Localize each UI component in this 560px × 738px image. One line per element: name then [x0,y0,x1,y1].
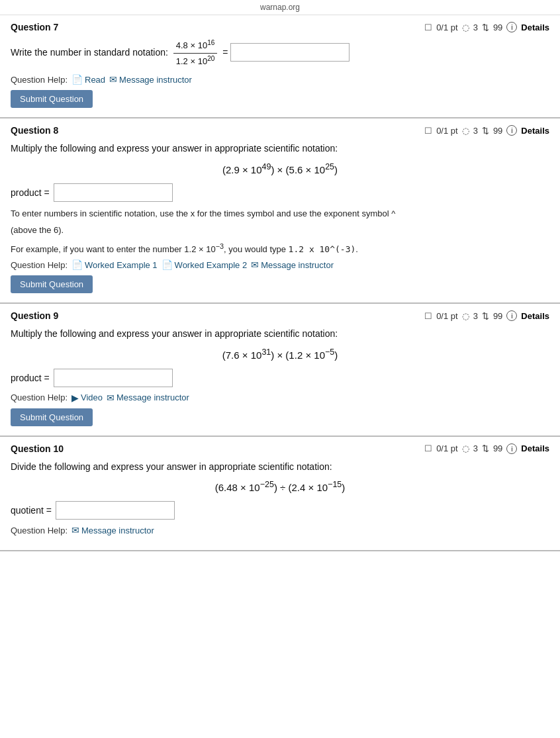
question-10-meta: ☐ 0/1 pt ◌ 3 ⇅ 99 i Details [424,443,549,454]
q8-worked1-link[interactable]: 📄 Worked Example 1 [71,259,158,270]
q9-refresh: 99 [493,311,502,321]
q9-center-expr: (7.6 × 1031) × (1.2 × 10−5) [11,346,549,363]
q10-prompt: Divide the following and express your an… [11,459,549,474]
q8-worked2-icon: 📄 [162,259,173,270]
q7-score-icon: ☐ [424,23,432,32]
question-7-block: Question 7 ☐ 0/1 pt ◌ 3 ⇅ 99 i Details W… [0,15,560,118]
q8-help-label: Question Help: [11,260,68,270]
q9-submit-button[interactable]: Submit Question [11,408,93,426]
q8-worked2-link[interactable]: 📄 Worked Example 2 [162,259,248,270]
q10-refresh: 99 [493,443,502,453]
q9-info-icon: i [506,310,517,321]
q9-help: Question Help: ▶ Video ✉ Message instruc… [11,392,549,403]
question-10-body: Divide the following and express your an… [11,459,549,496]
q10-clock-icon: ◌ [462,443,469,453]
question-7-title: Question 7 [11,22,58,32]
q8-input-label: product = [11,187,50,198]
site-bar: warnap.org [0,0,560,15]
q9-msg-icon: ✉ [107,392,115,403]
q7-submit-button[interactable]: Submit Question [11,90,93,108]
question-9-title: Question 9 [11,310,58,321]
q8-prompt: Multiply the following and express your … [11,141,549,156]
q8-details-link[interactable]: Details [521,126,549,136]
question-8-header: Question 8 ☐ 0/1 pt ◌ 3 ⇅ 99 i Details [11,125,549,136]
q10-message-link[interactable]: ✉ Message instructor [71,525,154,535]
q10-center-expr: (6.48 × 10−25) ÷ (2.4 × 10−15) [11,478,549,496]
q7-equals: = [222,47,230,58]
q10-answer-input[interactable] [56,501,175,520]
q8-info-icon: i [506,125,517,136]
q7-answer-input[interactable] [230,43,350,62]
q9-input-label: product = [11,373,50,383]
q10-score: 0/1 pt [436,443,458,453]
q9-answer-input[interactable] [54,369,173,387]
q7-message-link[interactable]: ✉ Message instructor [109,74,192,85]
q7-read-link[interactable]: 📄 Read [71,74,105,85]
q7-refresh-icon: ⇅ [482,23,489,32]
q9-prompt: Multiply the following and express your … [11,326,549,341]
q10-input-row: quotient = [11,501,549,520]
q7-numerator: 4.8 × 1016 [173,38,217,54]
question-10-title: Question 10 [11,443,64,454]
q7-clock: 3 [473,23,478,32]
question-9-block: Question 9 ☐ 0/1 pt ◌ 3 ⇅ 99 i Details M… [0,304,560,436]
q9-video-icon: ▶ [71,392,79,403]
question-10-block: Question 10 ☐ 0/1 pt ◌ 3 ⇅ 99 i Details … [0,437,560,551]
q8-score-icon: ☐ [424,126,432,136]
q10-score-icon: ☐ [424,443,432,453]
q9-clock-icon: ◌ [462,311,469,321]
q7-clock-icon: ◌ [462,23,469,32]
q10-info-icon: i [506,443,517,454]
q7-details-link[interactable]: Details [521,23,549,32]
q10-msg-icon: ✉ [71,525,79,535]
q9-clock: 3 [473,311,478,321]
question-8-block: Question 8 ☐ 0/1 pt ◌ 3 ⇅ 99 i Details M… [0,118,560,304]
q9-help-label: Question Help: [11,392,68,402]
question-9-header: Question 9 ☐ 0/1 pt ◌ 3 ⇅ 99 i Details [11,310,549,321]
question-8-meta: ☐ 0/1 pt ◌ 3 ⇅ 99 i Details [424,125,549,136]
q10-refresh-icon: ⇅ [482,443,489,453]
q10-help-label: Question Help: [11,526,68,535]
q8-input-row: product = [11,183,549,202]
q7-denominator: 1.2 × 1020 [173,54,217,69]
q7-read-icon: 📄 [71,74,83,85]
q8-note1: To enter numbers in scientific notation,… [11,207,549,220]
q7-prompt: Write the number in standard notation: [11,47,168,58]
q9-video-link[interactable]: ▶ Video [71,392,103,403]
q8-message-link[interactable]: ✉ Message instructor [251,259,334,270]
site-name: warnap.org [260,3,300,12]
q9-refresh-icon: ⇅ [482,311,489,321]
question-8-body: Multiply the following and express your … [11,141,549,177]
q8-msg-icon: ✉ [251,259,259,270]
q8-score: 0/1 pt [436,126,458,136]
q10-help: Question Help: ✉ Message instructor [11,525,549,535]
q7-help: Question Help: 📄 Read ✉ Message instruct… [11,74,549,85]
q8-help: Question Help: 📄 Worked Example 1 📄 Work… [11,259,549,270]
q7-msg-icon: ✉ [109,74,117,85]
q8-clock: 3 [473,126,478,136]
q10-input-label: quotient = [11,505,52,516]
q9-input-row: product = [11,369,549,387]
q7-info-icon: i [506,22,517,32]
q8-clock-icon: ◌ [462,126,469,136]
q9-score: 0/1 pt [436,311,458,321]
q10-details-link[interactable]: Details [521,443,549,453]
q7-score: 0/1 pt [436,23,458,32]
q9-details-link[interactable]: Details [521,311,549,321]
question-7-body: Write the number in standard notation: 4… [11,38,549,69]
q8-answer-input[interactable] [54,183,173,202]
q8-example: For example, if you want to enter the nu… [11,241,549,256]
q8-center-expr: (2.9 × 1049) × (5.6 × 1025) [11,160,549,178]
q7-help-label: Question Help: [11,75,68,85]
q7-fraction: 4.8 × 1016 1.2 × 1020 [173,38,217,69]
q10-clock: 3 [473,443,478,453]
q8-refresh-icon: ⇅ [482,126,489,136]
q8-submit-button[interactable]: Submit Question [11,275,93,293]
question-7-header: Question 7 ☐ 0/1 pt ◌ 3 ⇅ 99 i Details [11,22,549,32]
q7-refresh: 99 [493,23,502,32]
question-7-meta: ☐ 0/1 pt ◌ 3 ⇅ 99 i Details [424,22,549,32]
q9-message-link[interactable]: ✉ Message instructor [107,392,189,403]
question-9-meta: ☐ 0/1 pt ◌ 3 ⇅ 99 i Details [424,310,549,321]
question-9-body: Multiply the following and express your … [11,326,549,363]
q8-worked1-icon: 📄 [71,259,83,270]
